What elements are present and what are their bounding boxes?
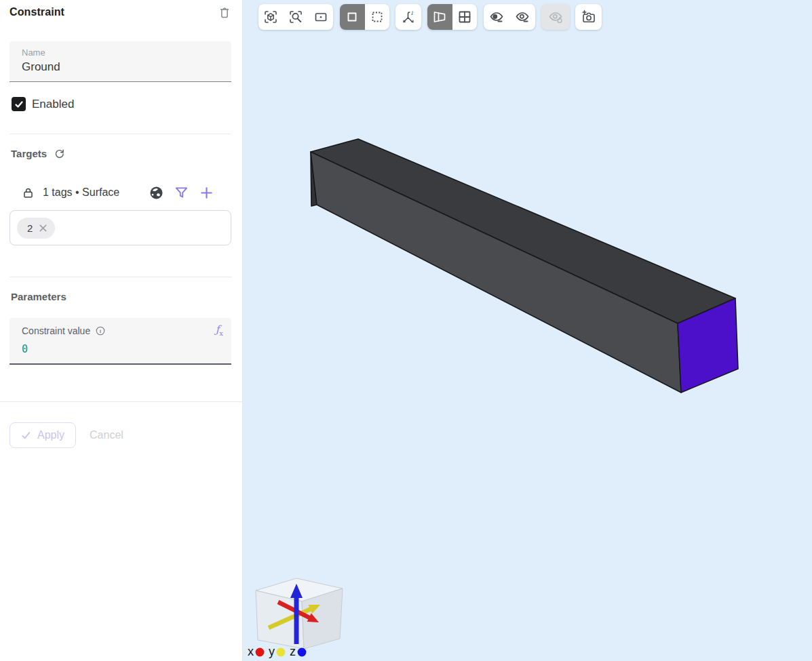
constraint-value-input[interactable]: 0	[22, 343, 223, 355]
isolate-selected-button[interactable]	[509, 4, 535, 30]
global-scope-button[interactable]	[149, 185, 164, 201]
z-axis-dot	[297, 647, 307, 657]
divider	[9, 134, 231, 134]
checkmark-icon	[14, 100, 24, 109]
y-axis-dot	[276, 647, 286, 657]
hide-selected-icon	[488, 9, 505, 25]
view-tools-group	[258, 4, 333, 30]
visibility-tools-group	[484, 4, 535, 30]
center-view-icon	[313, 9, 329, 25]
viewport-toolbar: i	[243, 0, 812, 34]
divider	[0, 401, 243, 402]
add-target-button[interactable]	[199, 185, 214, 201]
box-select-dashed-icon	[369, 9, 385, 25]
svg-text:i: i	[411, 9, 414, 16]
screenshot-button[interactable]	[575, 4, 602, 30]
zoom-to-area-icon	[288, 9, 304, 25]
divider	[9, 277, 231, 277]
x-axis-dot	[255, 647, 265, 657]
trash-icon	[218, 5, 231, 20]
delete-constraint-button[interactable]	[218, 5, 231, 20]
isolate-selected-icon	[514, 9, 530, 25]
plus-icon	[199, 185, 214, 201]
axes-tool-group: i	[395, 4, 421, 30]
orthographic-view-icon	[457, 9, 473, 25]
z-axis-label: z	[290, 645, 296, 659]
constraint-value-field[interactable]: Constraint value ƒx 0	[9, 318, 231, 365]
targets-heading-label: Targets	[11, 148, 47, 159]
refresh-targets-button[interactable]	[54, 148, 65, 159]
perspective-view-button[interactable]	[427, 4, 452, 30]
parameters-section-heading: Parameters	[11, 291, 66, 302]
orientation-cube[interactable]	[256, 578, 343, 649]
lock-icon	[22, 186, 35, 200]
perspective-view-icon	[431, 9, 448, 25]
target-tags-input[interactable]: 2	[9, 210, 231, 245]
axes-info-button[interactable]: i	[395, 4, 421, 30]
remove-tag-icon[interactable]	[39, 224, 47, 233]
show-all-button[interactable]	[541, 4, 570, 30]
fit-view-icon	[263, 9, 279, 25]
panel-title: Constraint	[9, 6, 64, 18]
application-window: Constraint Name Ground Enabled	[0, 0, 812, 661]
name-field-label: Name	[22, 47, 231, 58]
refresh-icon	[54, 148, 65, 159]
beam-model[interactable]	[311, 139, 738, 393]
apply-button-label: Apply	[37, 429, 64, 441]
formula-icon[interactable]: ƒx	[216, 325, 223, 337]
box-select-dashed-button[interactable]	[365, 4, 390, 30]
y-axis-label: y	[269, 645, 275, 659]
axes-info-icon: i	[400, 9, 417, 25]
x-axis-label: x	[248, 645, 254, 659]
hide-selected-button[interactable]	[484, 4, 509, 30]
constraint-panel: Constraint Name Ground Enabled	[0, 0, 243, 661]
screenshot-group	[575, 4, 602, 30]
targets-summary-row: 1 tags • Surface	[9, 182, 231, 203]
show-all-group	[541, 4, 570, 30]
filter-funnel-icon	[174, 185, 189, 201]
center-view-button[interactable]	[308, 4, 333, 30]
enabled-label: Enabled	[32, 98, 74, 111]
action-buttons-row: Apply Cancel	[9, 422, 123, 448]
globe-icon	[149, 185, 164, 201]
apply-button[interactable]: Apply	[9, 422, 76, 448]
check-icon	[21, 430, 31, 441]
info-icon[interactable]	[95, 325, 106, 336]
box-select-solid-icon	[344, 9, 360, 25]
targets-summary-text: 1 tags • Surface	[43, 186, 119, 199]
orthographic-view-button[interactable]	[452, 4, 478, 30]
fit-view-button[interactable]	[258, 4, 284, 30]
cancel-button[interactable]: Cancel	[90, 429, 123, 441]
show-all-icon	[547, 9, 564, 25]
zoom-to-area-button[interactable]	[284, 4, 309, 30]
tag-chip[interactable]: 2	[17, 218, 55, 239]
axes-legend: x y z	[248, 645, 307, 659]
constraint-value-label-row: Constraint value ƒx	[22, 325, 223, 337]
tag-chip-label: 2	[27, 222, 33, 234]
name-field[interactable]: Name Ground	[9, 41, 231, 82]
screenshot-camera-icon	[581, 9, 597, 25]
scene-canvas	[243, 0, 812, 661]
targets-section-heading: Targets	[11, 148, 65, 159]
parameters-heading-label: Parameters	[11, 291, 66, 302]
enabled-checkbox[interactable]	[12, 97, 26, 111]
panel-header: Constraint	[9, 3, 231, 21]
filter-targets-button[interactable]	[174, 185, 189, 201]
enabled-row: Enabled	[12, 97, 74, 111]
selection-mode-group	[340, 4, 389, 30]
box-select-solid-button[interactable]	[340, 4, 365, 30]
name-input[interactable]: Ground	[22, 60, 231, 74]
constraint-value-label: Constraint value	[22, 325, 90, 336]
projection-mode-group	[427, 4, 477, 30]
viewport-3d[interactable]: i	[243, 0, 812, 661]
